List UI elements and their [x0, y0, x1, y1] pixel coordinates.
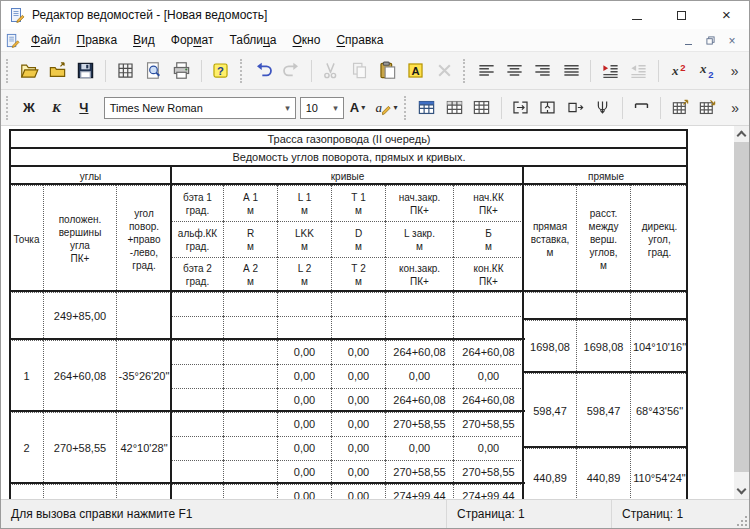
table-cell[interactable]	[171, 316, 223, 340]
table-cell[interactable]: 264+60,08	[43, 340, 116, 412]
table-cell[interactable]: бэта 2 град.	[171, 257, 223, 292]
table-cell[interactable]: Т 2 м	[331, 257, 385, 292]
table-cell[interactable]: кон.закр. ПК+	[385, 257, 453, 292]
table-cell[interactable]	[453, 292, 523, 316]
table-cell[interactable]	[116, 292, 171, 340]
table-cell[interactable]: 270+58,55	[453, 460, 523, 484]
menu-view[interactable]: Вид	[125, 33, 163, 47]
toolbar-overflow-button[interactable]: »	[721, 57, 749, 85]
table-cell[interactable]: 0,00	[331, 388, 385, 412]
table-cell[interactable]: Б м	[453, 221, 523, 257]
table-cell[interactable]	[223, 388, 277, 412]
table-cell[interactable]: 0,00	[331, 364, 385, 388]
table-cell[interactable]: 110°54'24"	[630, 448, 688, 499]
table-cell[interactable]	[453, 316, 523, 340]
table-cell[interactable]: 270+58,55	[453, 412, 523, 436]
toolbar-drag-handle[interactable]	[240, 59, 243, 83]
table-grid-button[interactable]	[468, 94, 496, 122]
print-button[interactable]	[167, 57, 195, 85]
table-cell[interactable]: нач.КК ПК+	[453, 185, 523, 221]
table-cell[interactable]	[171, 364, 223, 388]
table-cell[interactable]: 440,89	[523, 448, 576, 499]
table-cell[interactable]: 264+60,08	[385, 340, 453, 364]
table-cell[interactable]: L закр. м	[385, 221, 453, 257]
mdi-close-button[interactable]: ×	[723, 32, 741, 48]
table-header-button[interactable]	[440, 94, 468, 122]
table-cell[interactable]: L 2 м	[277, 257, 331, 292]
align-center-button[interactable]	[500, 57, 528, 85]
cut-button[interactable]	[317, 57, 345, 85]
menu-help[interactable]: Справка	[328, 33, 391, 47]
merge-cells-button[interactable]	[507, 94, 535, 122]
close-button[interactable]: ×	[704, 1, 749, 29]
table-cell[interactable]: 0,00	[277, 340, 331, 364]
table-cell[interactable]: 0,00	[277, 484, 331, 499]
menu-window[interactable]: Окно	[285, 33, 329, 47]
table-cell[interactable]: 598,47	[523, 373, 576, 448]
table-cell[interactable]: угол повор. +право -лево, град.	[116, 185, 171, 292]
underline-button[interactable]: Ч	[70, 94, 98, 122]
top-border-button[interactable]	[628, 94, 656, 122]
table-cell[interactable]: Т 1 м	[331, 185, 385, 221]
align-justify-button[interactable]	[557, 57, 585, 85]
table-cell[interactable]: 249+85,00	[43, 292, 116, 340]
toolbar-drag-handle[interactable]	[6, 59, 9, 83]
table-cell[interactable]: 0,00	[331, 340, 385, 364]
align-left-button[interactable]	[472, 57, 500, 85]
menu-file[interactable]: Файл	[23, 33, 69, 47]
table-cell[interactable]: расст. между верш. углов, м	[576, 185, 630, 292]
split-columns-button[interactable]	[589, 94, 617, 122]
table-cell[interactable]: Трасса газопровода (II очередь)	[9, 130, 688, 148]
toolbar2-overflow-button[interactable]: »	[721, 94, 749, 122]
copy-button[interactable]	[345, 57, 373, 85]
outdent-button[interactable]	[625, 57, 653, 85]
table-cell[interactable]	[630, 292, 688, 320]
subscript-button[interactable]: x2	[692, 57, 720, 85]
table-cell[interactable]	[116, 484, 171, 499]
table-cell[interactable]	[223, 292, 277, 316]
borders-grid-button[interactable]	[111, 57, 139, 85]
table-cell[interactable]: 1698,08	[576, 320, 630, 373]
mdi-restore-button[interactable]	[701, 32, 719, 48]
toolbar-drag-handle[interactable]	[404, 96, 407, 120]
table-cell[interactable]: 104°10'16"	[630, 320, 688, 373]
maximize-button[interactable]	[659, 1, 704, 29]
save-button[interactable]	[72, 57, 100, 85]
redo-button[interactable]	[277, 57, 305, 85]
table-cell[interactable]: положен. вершины угла ПК+	[43, 185, 116, 292]
folder-button[interactable]	[43, 57, 71, 85]
font-family-select[interactable]: Times New Roman▾	[104, 97, 296, 119]
table-cell[interactable]	[9, 484, 43, 499]
table-cell[interactable]: 264+60,08	[385, 388, 453, 412]
table-cell[interactable]: А 1 м	[223, 185, 277, 221]
table-cell[interactable]	[9, 292, 43, 340]
highlight-button[interactable]: a▾	[371, 94, 399, 122]
table-cell[interactable]: 0,00	[331, 436, 385, 460]
table-cell[interactable]: 274+99,44	[385, 484, 453, 499]
table-cell[interactable]	[223, 364, 277, 388]
open-button[interactable]	[15, 57, 43, 85]
scroll-down-button[interactable]	[734, 484, 749, 499]
table-cell[interactable]	[171, 292, 223, 316]
table-cell[interactable]: 0,00	[453, 436, 523, 460]
table-cell[interactable]	[223, 340, 277, 364]
table-cell[interactable]	[331, 292, 385, 316]
table-cell[interactable]	[385, 316, 453, 340]
table-cell[interactable]	[43, 484, 116, 499]
scroll-up-button[interactable]	[734, 126, 749, 141]
table-cell[interactable]: R м	[223, 221, 277, 257]
table-cell[interactable]: прямая вставка, м	[523, 185, 576, 292]
table-cell[interactable]: 0,00	[331, 460, 385, 484]
table-cell[interactable]: 0,00	[277, 412, 331, 436]
table-cell[interactable]: 0,00	[277, 460, 331, 484]
table-cell[interactable]: бэта 1 град.	[171, 185, 223, 221]
table-cell[interactable]	[223, 412, 277, 436]
toolbar-drag-handle[interactable]	[6, 96, 9, 120]
table-cell[interactable]	[171, 484, 223, 499]
table-cell[interactable]: 0,00	[277, 436, 331, 460]
menu-table[interactable]: Таблица	[221, 33, 284, 47]
table-cell[interactable]: дирекц. угол, град.	[630, 185, 688, 292]
table-cell[interactable]: 2	[9, 412, 43, 484]
table-cell[interactable]: 1698,08	[523, 320, 576, 373]
insert-table-left-button[interactable]	[666, 94, 694, 122]
